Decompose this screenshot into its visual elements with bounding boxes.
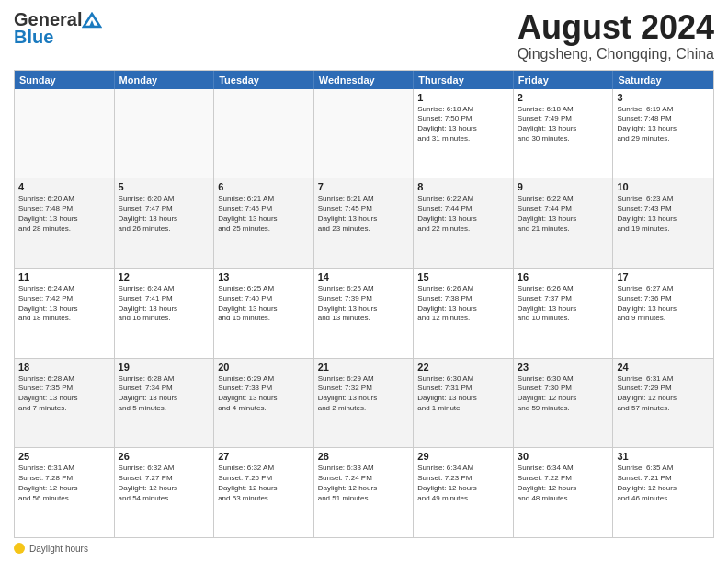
- cal-header-cell: Monday: [115, 71, 215, 89]
- calendar-cell: 15Sunrise: 6:26 AM Sunset: 7:38 PM Dayli…: [414, 269, 514, 358]
- day-number: 4: [18, 181, 110, 192]
- cell-info: Sunrise: 6:29 AM Sunset: 7:33 PM Dayligh…: [218, 374, 310, 414]
- calendar-row: 1Sunrise: 6:18 AM Sunset: 7:50 PM Daylig…: [15, 89, 713, 179]
- calendar-cell: 23Sunrise: 6:30 AM Sunset: 7:30 PM Dayli…: [514, 359, 614, 448]
- day-number: 15: [417, 271, 509, 282]
- calendar-cell: 13Sunrise: 6:25 AM Sunset: 7:40 PM Dayli…: [214, 269, 314, 358]
- cell-info: Sunrise: 6:21 AM Sunset: 7:46 PM Dayligh…: [218, 194, 310, 234]
- cell-info: Sunrise: 6:23 AM Sunset: 7:43 PM Dayligh…: [617, 194, 710, 234]
- calendar-cell: 21Sunrise: 6:29 AM Sunset: 7:32 PM Dayli…: [314, 359, 415, 448]
- logo-blue: Blue: [14, 27, 53, 48]
- page: General Blue August 2024 Qingsheng, Chon…: [0, 0, 728, 563]
- cal-header-cell: Sunday: [15, 71, 115, 89]
- cell-info: Sunrise: 6:29 AM Sunset: 7:32 PM Dayligh…: [318, 374, 410, 414]
- cell-info: Sunrise: 6:25 AM Sunset: 7:39 PM Dayligh…: [318, 284, 410, 324]
- title-block: August 2024 Qingsheng, Chongqing, China: [518, 9, 714, 63]
- day-number: 29: [417, 451, 509, 462]
- day-number: 18: [18, 362, 110, 373]
- cal-header-cell: Wednesday: [314, 71, 415, 89]
- calendar-cell: 17Sunrise: 6:27 AM Sunset: 7:36 PM Dayli…: [613, 269, 713, 358]
- day-number: 12: [119, 271, 210, 282]
- calendar-cell: 12Sunrise: 6:24 AM Sunset: 7:41 PM Dayli…: [115, 269, 215, 358]
- day-number: 2: [518, 92, 609, 103]
- calendar-cell: 11Sunrise: 6:24 AM Sunset: 7:42 PM Dayli…: [15, 269, 115, 358]
- day-number: 5: [119, 181, 210, 192]
- cell-info: Sunrise: 6:24 AM Sunset: 7:42 PM Dayligh…: [18, 284, 110, 324]
- sun-icon: [14, 543, 25, 554]
- cell-info: Sunrise: 6:26 AM Sunset: 7:37 PM Dayligh…: [518, 284, 609, 324]
- cal-header-cell: Friday: [514, 71, 614, 89]
- cal-header-cell: Thursday: [414, 71, 514, 89]
- day-number: 8: [417, 181, 509, 192]
- day-number: 19: [119, 362, 210, 373]
- calendar-cell: 29Sunrise: 6:34 AM Sunset: 7:23 PM Dayli…: [414, 448, 514, 537]
- cell-info: Sunrise: 6:21 AM Sunset: 7:45 PM Dayligh…: [318, 194, 410, 234]
- cell-info: Sunrise: 6:34 AM Sunset: 7:23 PM Dayligh…: [417, 464, 509, 503]
- cell-info: Sunrise: 6:22 AM Sunset: 7:44 PM Dayligh…: [518, 194, 609, 234]
- day-number: 22: [417, 362, 509, 373]
- day-number: 17: [617, 271, 710, 282]
- day-number: 9: [518, 181, 609, 192]
- day-number: 25: [18, 451, 110, 462]
- calendar-cell: 24Sunrise: 6:31 AM Sunset: 7:29 PM Dayli…: [613, 359, 713, 448]
- day-number: 16: [518, 271, 609, 282]
- calendar-cell: 14Sunrise: 6:25 AM Sunset: 7:39 PM Dayli…: [314, 269, 415, 358]
- calendar-cell: 22Sunrise: 6:30 AM Sunset: 7:31 PM Dayli…: [414, 359, 514, 448]
- cell-info: Sunrise: 6:31 AM Sunset: 7:28 PM Dayligh…: [18, 464, 110, 503]
- day-number: 30: [518, 451, 609, 462]
- day-number: 6: [218, 181, 310, 192]
- page-title: August 2024: [518, 9, 714, 46]
- day-number: 13: [218, 271, 310, 282]
- cell-info: Sunrise: 6:33 AM Sunset: 7:24 PM Dayligh…: [318, 464, 410, 503]
- day-number: 26: [119, 451, 210, 462]
- calendar-cell: [214, 89, 314, 178]
- calendar-row: 4Sunrise: 6:20 AM Sunset: 7:48 PM Daylig…: [15, 178, 713, 269]
- day-number: 23: [518, 362, 609, 373]
- calendar-row: 18Sunrise: 6:28 AM Sunset: 7:35 PM Dayli…: [15, 359, 713, 449]
- cell-info: Sunrise: 6:30 AM Sunset: 7:31 PM Dayligh…: [417, 374, 509, 414]
- cell-info: Sunrise: 6:28 AM Sunset: 7:35 PM Dayligh…: [18, 374, 110, 414]
- day-number: 21: [318, 362, 410, 373]
- day-number: 7: [318, 181, 410, 192]
- calendar-cell: [314, 89, 415, 178]
- cell-info: Sunrise: 6:19 AM Sunset: 7:48 PM Dayligh…: [617, 105, 710, 144]
- calendar-cell: [115, 89, 215, 178]
- day-number: 10: [617, 181, 710, 192]
- calendar-cell: [15, 89, 115, 178]
- cell-info: Sunrise: 6:31 AM Sunset: 7:29 PM Dayligh…: [617, 374, 710, 414]
- cell-info: Sunrise: 6:32 AM Sunset: 7:27 PM Dayligh…: [119, 464, 210, 503]
- calendar-cell: 3Sunrise: 6:19 AM Sunset: 7:48 PM Daylig…: [613, 89, 713, 178]
- day-number: 24: [617, 362, 710, 373]
- calendar-cell: 19Sunrise: 6:28 AM Sunset: 7:34 PM Dayli…: [115, 359, 215, 448]
- calendar-cell: 8Sunrise: 6:22 AM Sunset: 7:44 PM Daylig…: [414, 178, 514, 268]
- svg-marker-1: [89, 20, 95, 27]
- footer: Daylight hours: [14, 543, 714, 554]
- calendar-cell: 1Sunrise: 6:18 AM Sunset: 7:50 PM Daylig…: [414, 89, 514, 178]
- cell-info: Sunrise: 6:26 AM Sunset: 7:38 PM Dayligh…: [417, 284, 509, 324]
- calendar-cell: 20Sunrise: 6:29 AM Sunset: 7:33 PM Dayli…: [214, 359, 314, 448]
- calendar-cell: 26Sunrise: 6:32 AM Sunset: 7:27 PM Dayli…: [115, 448, 215, 537]
- cell-info: Sunrise: 6:18 AM Sunset: 7:50 PM Dayligh…: [417, 105, 509, 144]
- header: General Blue August 2024 Qingsheng, Chon…: [14, 9, 714, 63]
- cell-info: Sunrise: 6:18 AM Sunset: 7:49 PM Dayligh…: [518, 105, 609, 144]
- calendar-cell: 30Sunrise: 6:34 AM Sunset: 7:22 PM Dayli…: [514, 448, 614, 537]
- logo-icon: [82, 12, 102, 29]
- calendar-cell: 31Sunrise: 6:35 AM Sunset: 7:21 PM Dayli…: [613, 448, 713, 537]
- footer-label: Daylight hours: [29, 544, 88, 554]
- cell-info: Sunrise: 6:28 AM Sunset: 7:34 PM Dayligh…: [119, 374, 210, 414]
- day-number: 31: [617, 451, 710, 462]
- calendar-body: 1Sunrise: 6:18 AM Sunset: 7:50 PM Daylig…: [15, 89, 713, 537]
- cell-info: Sunrise: 6:22 AM Sunset: 7:44 PM Dayligh…: [417, 194, 509, 234]
- cell-info: Sunrise: 6:34 AM Sunset: 7:22 PM Dayligh…: [518, 464, 609, 503]
- calendar-cell: 5Sunrise: 6:20 AM Sunset: 7:47 PM Daylig…: [115, 178, 215, 268]
- cell-info: Sunrise: 6:25 AM Sunset: 7:40 PM Dayligh…: [218, 284, 310, 324]
- day-number: 11: [18, 271, 110, 282]
- calendar-cell: 27Sunrise: 6:32 AM Sunset: 7:26 PM Dayli…: [214, 448, 314, 537]
- day-number: 3: [617, 92, 710, 103]
- calendar-cell: 7Sunrise: 6:21 AM Sunset: 7:45 PM Daylig…: [314, 178, 415, 268]
- calendar-row: 25Sunrise: 6:31 AM Sunset: 7:28 PM Dayli…: [15, 448, 713, 537]
- cal-header-cell: Tuesday: [214, 71, 314, 89]
- calendar-header: SundayMondayTuesdayWednesdayThursdayFrid…: [15, 71, 713, 89]
- cell-info: Sunrise: 6:24 AM Sunset: 7:41 PM Dayligh…: [119, 284, 210, 324]
- calendar-cell: 2Sunrise: 6:18 AM Sunset: 7:49 PM Daylig…: [514, 89, 614, 178]
